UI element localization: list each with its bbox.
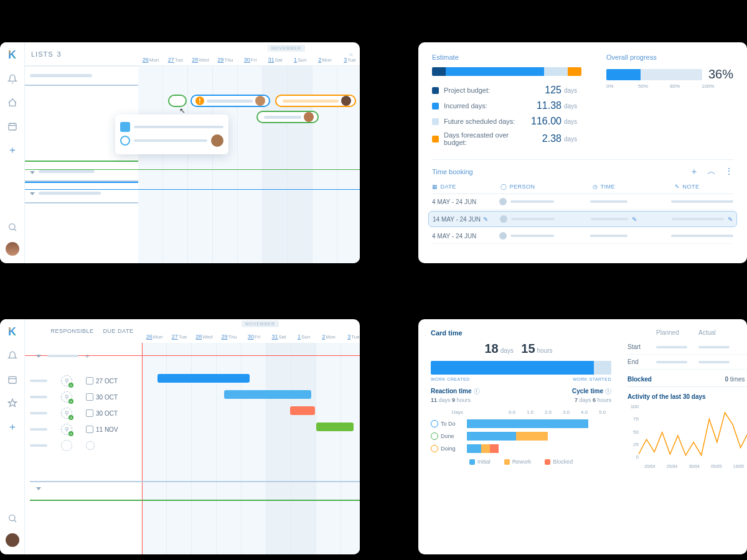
calendar-day[interactable]: 31 Sat (263, 54, 288, 66)
time-booking-row[interactable]: 4 MAY - 24 JUN (432, 194, 733, 210)
search-icon[interactable] (6, 221, 19, 233)
person-icon: ◯ (500, 184, 507, 190)
calendar-day[interactable]: 2 Mon (316, 330, 341, 343)
info-icon[interactable]: i (474, 388, 480, 394)
time-booking-columns: ▦DATE ◯PERSON ◷TIME ✎NOTE (432, 184, 733, 194)
calendar-day[interactable]: 30 Fri (242, 330, 266, 343)
overall-label: Overall progress (606, 54, 733, 61)
svg-rect-0 (9, 123, 16, 130)
task-bar[interactable]: ! (190, 95, 270, 107)
left-sidebar: K ＋ (0, 319, 25, 554)
legend-row: Incurred days:11.38days (432, 100, 581, 111)
calendar-header: NOVEMBER 26 Mon27 Tue28 Wed29 Thu30 Fri3… (138, 42, 360, 66)
calendar-day[interactable]: 27 Tue (163, 54, 188, 66)
edit-icon: ✎ (483, 216, 488, 223)
info-icon[interactable]: i (605, 388, 611, 394)
responsible-placeholder-icon[interactable] (61, 440, 72, 451)
calendar-day[interactable]: 3 Tue (341, 330, 360, 343)
gantt-bar[interactable] (224, 390, 311, 399)
user-avatar[interactable] (6, 242, 19, 256)
more-icon[interactable]: ⋮ (725, 166, 733, 177)
card-time-panel: Card time 18days 15hours WORK CREATEDWOR… (418, 319, 747, 554)
app-logo: K (8, 325, 16, 338)
bell-icon[interactable] (6, 73, 19, 85)
legend-row: Days forecasted over budget:2.38days (432, 131, 581, 146)
calendar-day[interactable]: 28 Wed (192, 330, 217, 343)
task-bar[interactable] (168, 95, 187, 107)
planned-actual-header: Planned Actual +/- (627, 329, 747, 336)
task-bar[interactable] (275, 95, 356, 107)
clock-icon: ◷ (593, 184, 598, 190)
star-icon[interactable] (6, 397, 19, 409)
assignee-avatar (255, 96, 265, 106)
card-time-value: 18days 15hours (431, 342, 611, 356)
add-task-icon[interactable]: ＋ (83, 351, 91, 362)
left-sidebar: K ＋ (0, 42, 25, 263)
date-placeholder-icon[interactable] (86, 441, 95, 450)
calendar-day[interactable]: 31 Sat (266, 330, 291, 343)
calendar-icon[interactable] (6, 120, 19, 133)
card-time-label: Card time (431, 329, 611, 337)
task-bar[interactable] (256, 111, 319, 123)
svg-point-3 (9, 515, 14, 521)
calendar-day[interactable]: 26 Mon (142, 330, 167, 343)
calendar-day[interactable]: 3 Tue (337, 54, 360, 66)
add-icon[interactable]: ＋ (6, 421, 19, 433)
gantt-bar[interactable] (316, 422, 354, 431)
lists-label: LISTS (31, 50, 54, 58)
responsible-icon[interactable]: ⚲+ (61, 391, 72, 403)
due-date-header: DUE DATE (95, 328, 142, 334)
person-avatar (500, 215, 507, 223)
responsible-icon[interactable]: ⚲+ (61, 375, 72, 386)
person-avatar (499, 232, 507, 240)
calendar-day[interactable]: 1 Sun (288, 54, 312, 66)
blocked-row: Blocked 0 times / 0 days (627, 376, 747, 387)
responsible-icon[interactable]: ⚲+ (61, 408, 72, 419)
reaction-time-label: Reaction time (431, 388, 472, 394)
chart-row: Done (431, 430, 611, 442)
bell-icon[interactable] (6, 350, 19, 362)
home-icon[interactable] (6, 96, 19, 109)
calendar-day[interactable]: 30 Fri (238, 54, 263, 66)
calendar-day[interactable]: 28 Wed (188, 54, 213, 66)
estimate-bar (432, 67, 581, 76)
calendar-day[interactable]: 29 Thu (213, 54, 238, 66)
task-popover[interactable] (115, 114, 228, 154)
calendar-day[interactable]: 29 Thu (217, 330, 242, 343)
note-icon: ✎ (675, 184, 680, 190)
chart-row: To Do (431, 418, 611, 430)
gantt-bar[interactable] (290, 406, 315, 415)
collapse-icon[interactable]: ︿ (707, 166, 716, 177)
calendar-icon (86, 426, 93, 433)
calendar-day[interactable]: 2 Mon (312, 54, 337, 66)
svg-point-1 (9, 224, 14, 230)
calendar-icon (86, 377, 93, 385)
responsible-header: RESPONSIBLE (50, 328, 95, 334)
time-booking-row[interactable]: 4 MAY - 24 JUN (432, 228, 733, 244)
svg-rect-2 (9, 376, 16, 383)
lists-count: 3 (57, 50, 62, 58)
gantt-header: RESPONSIBLE DUE DATE NOVEMBER 26 Mon27 T… (25, 319, 360, 343)
calendar-day[interactable]: 27 Tue (167, 330, 192, 343)
app-logo: K (8, 49, 16, 62)
calendar-day[interactable]: 26 Mon (138, 54, 163, 66)
search-icon[interactable] (6, 512, 19, 525)
calendar-day[interactable]: 1 Sun (291, 330, 316, 343)
user-avatar[interactable] (6, 533, 19, 547)
chart-row: Doing (431, 442, 611, 455)
progress-percent: 36% (708, 67, 733, 82)
add-icon[interactable]: ＋ (6, 144, 19, 156)
assignee-avatar (304, 112, 314, 122)
gantt-bar[interactable] (157, 374, 250, 383)
month-label: NOVEMBER (242, 320, 279, 327)
status-breakdown-chart: Days0.01.02.03.04.05.0 To DoDoneDoing In… (431, 409, 611, 465)
calendar-icon[interactable] (6, 373, 19, 386)
edit-icon: ✎ (728, 216, 733, 223)
add-booking-icon[interactable]: ＋ (690, 166, 698, 177)
gantt-row[interactable]: ⚲+11 NOV (25, 421, 360, 437)
time-booking-row[interactable]: 14 MAY - 24 JUN ✎✎✎ (428, 211, 737, 227)
check-icon (120, 122, 130, 132)
planned-actual-row: Start- 2 days (627, 340, 747, 355)
gantt-body: ＋⚲+27 OCT⚲+30 OCT⚲+30 OCT⚲+11 NOV (25, 343, 360, 554)
responsible-icon[interactable]: ⚲+ (61, 424, 72, 435)
